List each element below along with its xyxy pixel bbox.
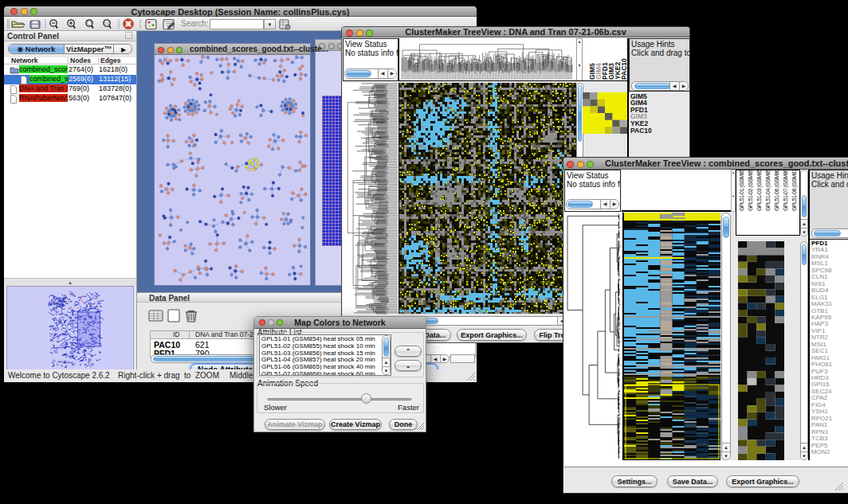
svg-text:Search:: Search: bbox=[181, 19, 208, 28]
svg-text:1:1: 1:1 bbox=[104, 21, 110, 25]
